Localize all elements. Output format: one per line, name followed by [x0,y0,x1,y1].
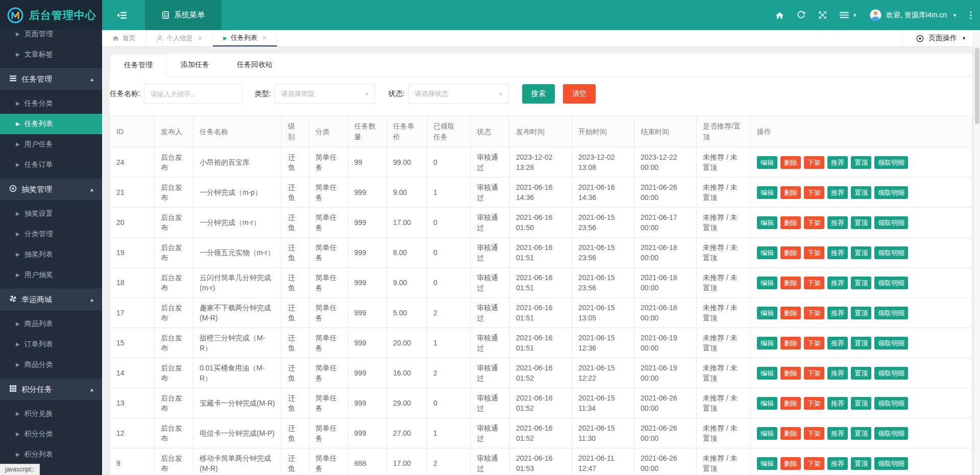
sidebar-item[interactable]: ▶商品列表 [0,314,102,334]
panel-tab[interactable]: 任务管理 [110,54,167,77]
delete-button[interactable]: 删除 [780,156,801,169]
edit-button[interactable]: 编辑 [757,186,777,199]
delete-button[interactable]: 删除 [780,337,801,349]
pin-top-button[interactable]: 置顶 [851,457,871,470]
unpublish-button[interactable]: 下架 [804,186,824,199]
clear-button[interactable]: 清空 [563,84,596,104]
edit-button[interactable]: 编辑 [757,367,777,380]
recommend-button[interactable]: 推荐 [827,427,848,440]
pin-top-button[interactable]: 置顶 [851,277,871,289]
claim-details-button[interactable]: 领取明细 [874,216,908,229]
delete-button[interactable]: 删除 [780,216,801,229]
claim-details-button[interactable]: 领取明细 [874,156,908,169]
sidebar-item[interactable]: ▶抽奖列表 [0,244,102,265]
claim-details-button[interactable]: 领取明细 [874,427,908,440]
status-select[interactable]: 请选择状态 ▼ [408,84,509,104]
sidebar-item[interactable]: ▶用户任务 [0,134,102,155]
sidebar-item[interactable]: ▶积分兑换 [0,404,102,424]
type-select[interactable]: 请选择类型 ▼ [275,84,375,104]
pin-top-button[interactable]: 置顶 [851,156,871,169]
sidebar-item[interactable]: ▶积分列表 [0,444,102,465]
pin-top-button[interactable]: 置顶 [851,216,871,229]
edit-button[interactable]: 编辑 [757,307,777,319]
tab-system-menu[interactable]: 系统菜单 [145,0,222,30]
delete-button[interactable]: 删除 [780,427,801,440]
menu-dropdown-icon[interactable]: ▼ [840,12,857,18]
pin-top-button[interactable]: 置顶 [851,367,871,380]
recommend-button[interactable]: 推荐 [827,156,848,169]
pin-top-button[interactable]: 置顶 [851,427,871,440]
unpublish-button[interactable]: 下架 [804,307,824,319]
pin-top-button[interactable]: 置顶 [851,397,871,410]
sidebar-item-active[interactable]: ▶任务列表 [0,114,102,134]
edit-button[interactable]: 编辑 [757,427,777,440]
unpublish-button[interactable]: 下架 [804,216,824,229]
unpublish-button[interactable]: 下架 [804,156,824,169]
user-menu[interactable]: 欢迎, 资源库i4m.cn ▼ [870,9,957,21]
task-name-input[interactable] [144,84,242,104]
claim-details-button[interactable]: 领取明细 [874,246,908,259]
close-icon[interactable]: × [262,34,266,42]
edit-button[interactable]: 编辑 [757,277,777,289]
unpublish-button[interactable]: 下架 [804,397,824,410]
delete-button[interactable]: 删除 [780,307,801,319]
tab[interactable]: 个人信息× [146,30,213,46]
sidebar-item[interactable]: ▶抽奖设置 [0,204,102,224]
sidebar-item[interactable]: ▶任务订单 [0,155,102,175]
recommend-button[interactable]: 推荐 [827,216,848,229]
recommend-button[interactable]: 推荐 [827,277,848,289]
pin-top-button[interactable]: 置顶 [851,307,871,319]
delete-button[interactable]: 删除 [780,186,801,199]
delete-button[interactable]: 删除 [780,277,801,289]
sidebar-group[interactable]: 幸运商城▲ [0,288,102,311]
delete-button[interactable]: 删除 [780,397,801,410]
claim-details-button[interactable]: 领取明细 [874,397,908,410]
claim-details-button[interactable]: 领取明细 [874,367,908,380]
unpublish-button[interactable]: 下架 [804,337,824,349]
sidebar-group[interactable]: 任务管理▲ [0,67,102,91]
sidebar-item[interactable]: ▶用户抽奖 [0,265,102,285]
unpublish-button[interactable]: 下架 [804,246,824,259]
scrollbar-thumb[interactable] [975,47,979,124]
sidebar-item[interactable]: ▶分类管理 [0,224,102,244]
search-button[interactable]: 搜索 [522,84,555,104]
home-icon[interactable] [775,11,784,19]
close-icon[interactable]: × [198,34,202,42]
tab[interactable]: 首页 [102,30,146,46]
claim-details-button[interactable]: 领取明细 [874,186,908,199]
recommend-button[interactable]: 推荐 [827,397,848,410]
edit-button[interactable]: 编辑 [757,337,777,349]
unpublish-button[interactable]: 下架 [804,367,824,380]
more-vert-icon[interactable] [970,11,972,19]
pin-top-button[interactable]: 置顶 [851,246,871,259]
unpublish-button[interactable]: 下架 [804,427,824,440]
page-actions-button[interactable]: 页面操作 ▼ [902,30,980,46]
claim-details-button[interactable]: 领取明细 [874,337,908,349]
sidebar-item[interactable]: ▶订单列表 [0,334,102,355]
fullscreen-icon[interactable] [818,11,827,19]
delete-button[interactable]: 删除 [780,367,801,380]
recommend-button[interactable]: 推荐 [827,337,848,349]
sidebar-item[interactable]: ▶积分分类 [0,424,102,444]
sidebar-group[interactable]: 积分任务▲ [0,378,102,401]
sidebar-item[interactable]: ▶商品分类 [0,355,102,375]
edit-button[interactable]: 编辑 [757,457,777,470]
refresh-icon[interactable] [797,11,805,19]
recommend-button[interactable]: 推荐 [827,367,848,380]
sidebar-item[interactable]: ▶任务分类 [0,93,102,114]
tab-active[interactable]: ▶任务列表× [213,30,277,46]
sidebar-toggle-icon[interactable] [109,0,135,30]
edit-button[interactable]: 编辑 [757,156,777,169]
pin-top-button[interactable]: 置顶 [851,337,871,349]
panel-tab[interactable]: 添加任务 [167,54,223,77]
edit-button[interactable]: 编辑 [757,216,777,229]
delete-button[interactable]: 删除 [780,457,801,470]
recommend-button[interactable]: 推荐 [827,457,848,470]
claim-details-button[interactable]: 领取明细 [874,307,908,319]
recommend-button[interactable]: 推荐 [827,307,848,319]
delete-button[interactable]: 删除 [780,246,801,259]
unpublish-button[interactable]: 下架 [804,457,824,470]
recommend-button[interactable]: 推荐 [827,246,848,259]
unpublish-button[interactable]: 下架 [804,277,824,289]
edit-button[interactable]: 编辑 [757,397,777,410]
